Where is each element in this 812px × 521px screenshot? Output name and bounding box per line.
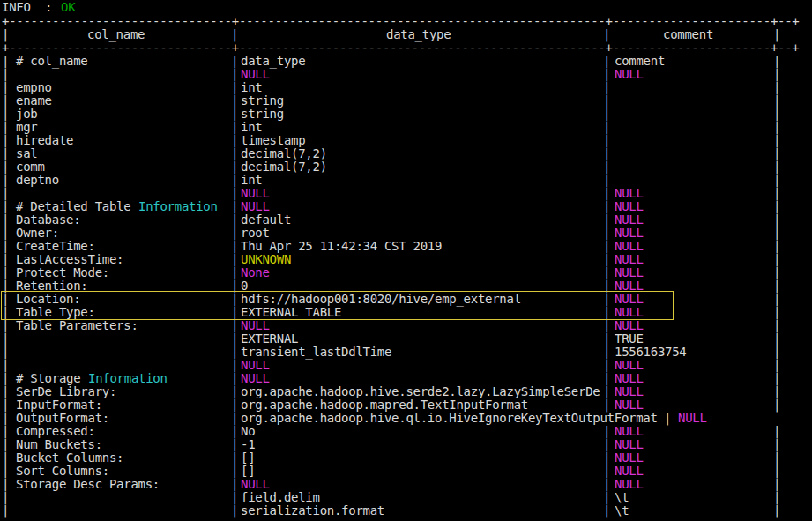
cell-text: hdfs://hadoop001:8020/hive/emp_external — [241, 293, 521, 306]
column-border: | — [2, 68, 9, 81]
column-border: | — [231, 253, 238, 266]
table-row: ||||mgrint — [0, 121, 812, 134]
cell-text: int — [241, 121, 262, 134]
cell-text: UNKNOWN — [241, 253, 291, 266]
cell-text: Information — [88, 372, 168, 385]
column-border: | — [2, 28, 9, 41]
column-border: | — [773, 174, 780, 187]
column-border: | — [231, 319, 238, 332]
column-border: | — [603, 346, 610, 359]
column-border: | — [2, 359, 9, 372]
column-border: | — [2, 425, 9, 438]
column-border: | — [603, 55, 610, 68]
column-border: | — [773, 55, 780, 68]
table-row: ||||Num Buckets:-1NULL — [0, 438, 812, 451]
column-border: | — [2, 504, 9, 517]
column-border: | — [231, 438, 238, 451]
table-row: ||||Table Parameters:NULLNULL — [0, 319, 812, 332]
column-border: | — [603, 253, 610, 266]
column-border: | — [773, 346, 780, 359]
table-row: ||||CreateTime:Thu Apr 25 11:42:34 CST 2… — [0, 240, 812, 253]
column-border: | — [603, 200, 610, 213]
cell-text: 0 — [241, 279, 248, 293]
column-border: | — [603, 279, 610, 293]
column-border: | — [773, 359, 780, 372]
status-ok-text: OK — [61, 1, 75, 14]
column-border: | — [603, 425, 610, 438]
cell-text: Information — [138, 200, 218, 213]
cell-text: SerDe Library: — [16, 385, 116, 398]
column-border: | — [603, 240, 610, 253]
column-border: | — [231, 293, 238, 306]
table-border-header: +-------------------------------+-------… — [0, 41, 812, 55]
column-border: | — [603, 451, 610, 465]
column-border: | — [773, 94, 780, 108]
column-border: | — [2, 147, 9, 160]
column-border: | — [2, 134, 9, 147]
column-border: | — [603, 108, 610, 121]
cell-text: EXTERNAL — [241, 332, 298, 346]
column-border: | — [231, 478, 238, 491]
table-row: ||||serialization.format\t — [0, 504, 812, 517]
table-row: ||||NULLNULL — [0, 68, 812, 81]
cell-text: Num Buckets: — [16, 438, 102, 451]
cell-text: TRUE — [615, 332, 644, 346]
cell-text: NULL — [615, 213, 644, 227]
column-border: | — [231, 160, 238, 174]
cell-text: None — [241, 266, 270, 279]
column-border: | — [231, 227, 238, 240]
column-border: | — [603, 187, 610, 200]
column-border: | — [603, 28, 610, 41]
column-border: | — [2, 319, 9, 332]
column-border: | — [2, 412, 9, 425]
cell-text: timestamp — [241, 134, 305, 147]
table-row: ||||jobstring — [0, 108, 812, 121]
column-border: | — [773, 28, 780, 41]
cell-text: NULL — [615, 279, 644, 293]
column-border: | — [603, 81, 610, 94]
cell-text: string — [241, 108, 284, 121]
column-border: | — [603, 359, 610, 372]
cell-text: # Detailed Table — [16, 200, 130, 213]
column-border: | — [231, 266, 238, 279]
terminal-screen[interactable]: INFO :OK+-------------------------------… — [0, 0, 812, 521]
column-border: | — [603, 147, 610, 160]
column-border: | — [2, 55, 9, 68]
column-border: | — [773, 108, 780, 121]
cell-text: NULL — [241, 319, 270, 332]
cell-text: default — [241, 213, 291, 227]
column-border: | — [603, 94, 610, 108]
cell-text: NULL — [615, 227, 644, 240]
cell-text: EXTERNAL TABLE — [241, 306, 341, 319]
column-border: | — [773, 504, 780, 517]
column-border: | — [773, 134, 780, 147]
cell-text: mgr — [16, 121, 37, 134]
status-line: INFO :OK — [0, 1, 812, 14]
column-border: | — [603, 478, 610, 491]
cell-text: string — [241, 94, 284, 108]
table-row: ||||transient_lastDdlTime1556163754 — [0, 346, 812, 359]
cell-text: # col_name — [16, 55, 88, 68]
table-border: +-------------------------------+-------… — [2, 41, 800, 55]
cell-text: InputFormat: — [16, 398, 102, 412]
cell-text: OutputFormat: — [16, 412, 109, 425]
column-border: | — [773, 266, 780, 279]
column-border: | — [773, 293, 780, 306]
column-border: | — [773, 372, 780, 385]
cell-text: NULL — [615, 398, 644, 412]
column-border: | — [773, 279, 780, 293]
column-border: | — [2, 200, 9, 213]
cell-text: org.apache.hadoop.hive.serde2.lazy.LazyS… — [241, 385, 600, 398]
column-border: | — [2, 174, 9, 187]
column-border: | — [773, 306, 780, 319]
column-border: | — [2, 266, 9, 279]
column-border: | — [2, 240, 9, 253]
column-border: | — [231, 372, 238, 385]
column-border: | — [773, 478, 780, 491]
cell-text: NULL — [241, 478, 270, 491]
column-border: | — [231, 200, 238, 213]
column-border: | — [773, 319, 780, 332]
table-row: ||||Compressed:NoNULL — [0, 425, 812, 438]
table-row: ||||commdecimal(7,2) — [0, 160, 812, 174]
table-row: ||||LastAccessTime:UNKNOWNNULL — [0, 253, 812, 266]
